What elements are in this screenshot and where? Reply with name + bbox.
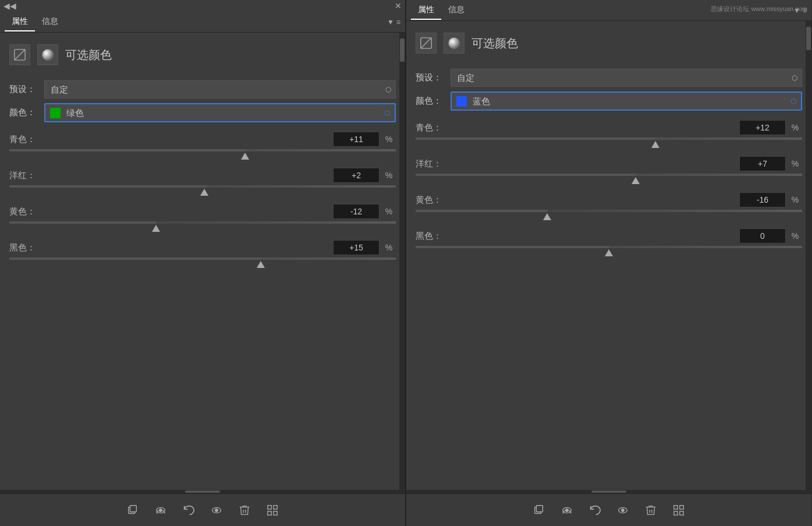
left-toolbar: [0, 493, 405, 526]
right-cyan-track[interactable]: [416, 137, 802, 140]
right-cyan-value[interactable]: +12: [739, 120, 786, 135]
left-yellow-thumb-container: [9, 225, 396, 233]
right-color-row: 颜色： 蓝色 ⬡: [416, 91, 802, 111]
right-magenta-thumb[interactable]: [632, 177, 640, 184]
right-color-select[interactable]: 蓝色: [452, 93, 801, 110]
right-magenta-track[interactable]: [416, 174, 802, 176]
left-magenta-header: 洋红： +2 %: [9, 168, 396, 183]
left-preset-select-wrapper: 自定 ⬡: [44, 80, 396, 98]
right-trash-button[interactable]: [641, 501, 660, 520]
right-mask-icon[interactable]: [416, 33, 437, 54]
left-yellow-unit: %: [382, 207, 396, 216]
right-toolbar: [406, 493, 811, 526]
right-tab-properties[interactable]: 属性: [411, 1, 441, 20]
right-panel-content: 可选颜色 预设： 自定 ⬡ 颜色： 蓝色: [406, 21, 811, 490]
right-cyan-label: 青色：: [416, 122, 451, 133]
right-yellow-label: 黄色：: [416, 195, 451, 206]
left-magenta-thumb[interactable]: [200, 189, 208, 196]
svg-point-7: [215, 509, 218, 511]
left-preset-row: 预设： 自定 ⬡: [9, 80, 396, 98]
collapse-button[interactable]: ◀◀: [3, 2, 16, 10]
left-cyan-track[interactable]: [9, 149, 396, 151]
left-tab-menu-button[interactable]: ▼ ≡: [387, 18, 400, 26]
svg-point-5: [159, 509, 162, 511]
left-clip-button[interactable]: [123, 501, 142, 520]
left-trash-button[interactable]: [235, 501, 254, 520]
left-header-row: 可选颜色: [9, 40, 396, 70]
left-cyan-unit: %: [382, 135, 396, 144]
svg-rect-26: [674, 511, 678, 514]
right-color-select-wrapper: 蓝色 ⬡: [451, 91, 802, 111]
right-magenta-header: 洋红： +7 %: [416, 156, 802, 171]
right-eye-button[interactable]: [558, 501, 576, 520]
left-eye-button[interactable]: [151, 501, 170, 520]
right-circle-icon[interactable]: [444, 33, 464, 54]
left-bottom-scroll-thumb[interactable]: [185, 490, 220, 493]
left-circle-icon[interactable]: [37, 44, 58, 65]
right-yellow-track[interactable]: [416, 210, 802, 212]
right-undo-button[interactable]: [586, 501, 604, 520]
svg-rect-25: [680, 505, 683, 509]
left-cyan-value[interactable]: +11: [333, 132, 380, 147]
left-cyan-thumb[interactable]: [241, 153, 249, 160]
right-black-value[interactable]: 0: [739, 228, 786, 243]
left-black-thumb[interactable]: [257, 261, 265, 268]
left-eye2-button[interactable]: [207, 501, 226, 520]
left-yellow-section: 黄色： -12 %: [9, 204, 396, 233]
right-eye2-button[interactable]: [614, 501, 632, 520]
left-layers-button[interactable]: [263, 501, 282, 520]
left-cyan-label: 青色：: [9, 134, 44, 145]
svg-line-1: [15, 50, 25, 60]
right-magenta-value[interactable]: +7: [739, 156, 786, 171]
left-bottom-scroll[interactable]: [0, 490, 405, 493]
right-preset-select[interactable]: 自定: [451, 69, 802, 87]
right-black-track[interactable]: [416, 246, 802, 248]
right-panel-title: 可选颜色: [471, 36, 518, 51]
left-color-label: 颜色：: [9, 107, 44, 118]
left-magenta-unit: %: [382, 171, 396, 180]
right-tab-info[interactable]: 信息: [441, 1, 471, 20]
panels-container: ◀◀ ✕ 属性 信息 ▼ ≡: [0, 0, 812, 526]
right-magenta-unit: %: [788, 159, 802, 168]
right-cyan-thumb[interactable]: [651, 141, 659, 148]
svg-rect-13: [274, 511, 277, 514]
svg-line-15: [421, 38, 431, 48]
left-yellow-track[interactable]: [9, 221, 396, 224]
close-button[interactable]: ✕: [395, 2, 402, 10]
left-preset-label: 预设：: [9, 84, 44, 95]
right-bottom-scroll-thumb[interactable]: [591, 490, 626, 493]
left-magenta-track[interactable]: [9, 185, 396, 188]
left-undo-button[interactable]: [179, 501, 198, 520]
right-yellow-value[interactable]: -16: [739, 192, 786, 207]
svg-point-19: [566, 509, 569, 511]
right-preset-select-wrapper: 自定 ⬡: [451, 69, 802, 87]
svg-point-21: [622, 509, 625, 511]
right-yellow-unit: %: [788, 195, 802, 204]
right-cyan-section: 青色： +12 %: [416, 120, 802, 149]
right-magenta-section: 洋红： +7 %: [416, 156, 802, 185]
window-controls: ◀◀ ✕: [0, 0, 405, 12]
left-panel-content: 可选颜色 预设： 自定 ⬡ 颜色： 绿色: [0, 33, 405, 490]
left-mask-icon[interactable]: [9, 44, 30, 65]
right-bottom-scroll[interactable]: [406, 490, 811, 493]
svg-rect-11: [274, 505, 277, 509]
left-black-track[interactable]: [9, 257, 396, 260]
svg-rect-10: [268, 505, 271, 509]
right-clip-button[interactable]: [530, 501, 548, 520]
left-magenta-value[interactable]: +2: [333, 168, 380, 183]
left-tab-info[interactable]: 信息: [35, 13, 65, 31]
left-magenta-thumb-container: [9, 189, 396, 197]
svg-rect-17: [536, 505, 542, 511]
left-yellow-thumb[interactable]: [152, 225, 160, 232]
right-layers-button[interactable]: [669, 501, 688, 520]
left-black-value[interactable]: +15: [333, 240, 380, 255]
right-yellow-thumb[interactable]: [543, 213, 551, 220]
right-yellow-section: 黄色： -16 %: [416, 192, 802, 221]
right-preset-label: 预设：: [416, 72, 451, 83]
left-tab-properties[interactable]: 属性: [5, 13, 35, 31]
right-black-thumb[interactable]: [605, 249, 613, 256]
left-color-select[interactable]: 绿色: [45, 104, 395, 121]
left-yellow-value[interactable]: -12: [333, 204, 380, 219]
left-black-header: 黑色： +15 %: [9, 240, 396, 255]
left-preset-select[interactable]: 自定: [44, 80, 396, 98]
